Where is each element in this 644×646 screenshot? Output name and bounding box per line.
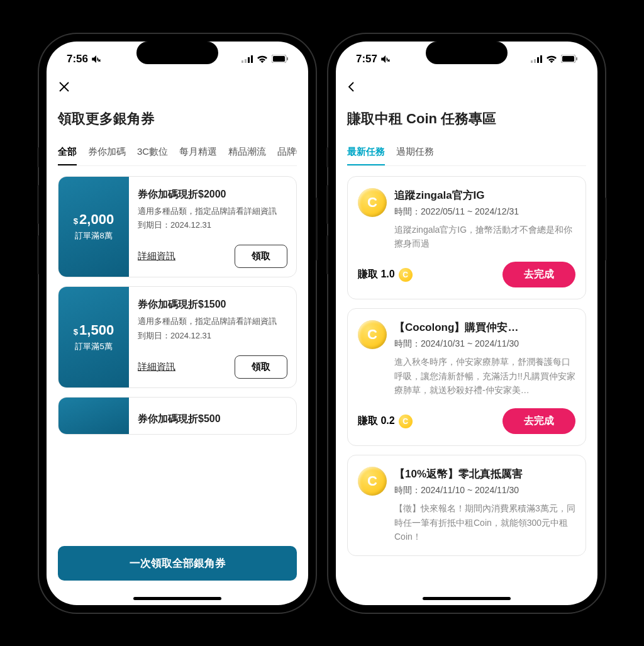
coupon-amount: $2,000 [74,211,114,228]
page-title: 領取更多銀角券 [58,109,297,128]
wifi-icon [257,55,268,63]
coupon-expire: 到期日：2024.12.31 [138,330,287,342]
coin-icon: C [358,467,387,496]
task-title: 【10%返幣】零北真抵厲害 [394,467,575,481]
page-title: 賺取中租 Coin 任務專區 [347,109,586,128]
coupon-title: 券你加碼現折$1500 [138,298,287,311]
side-button [605,198,607,260]
task-time: 時間：2024/11/10 ~ 2024/11/30 [394,485,575,496]
task-card: C 【Cocolong】購買仲安… 時間：2024/10/31 ~ 2024/1… [347,308,586,446]
side-button [326,147,328,167]
notch [426,42,508,64]
task-card: C 追蹤zingala官方IG 時間：2022/05/11 ~ 2024/12/… [347,176,586,300]
task-desc: 【徵】快來報名！期間內消費累積滿3萬元，同時任一筆有折抵中租Coin，就能領30… [394,501,575,543]
side-button [37,147,39,167]
tab-monthly[interactable]: 每月精選 [179,141,217,165]
mute-icon [91,53,102,65]
tab-fashion[interactable]: 精品潮流 [228,141,266,165]
task-card: C 【10%返幣】零北真抵厲害 時間：2024/11/10 ~ 2024/11/… [347,455,586,555]
tab-expired[interactable]: 過期任務 [396,141,434,165]
svg-rect-6 [287,57,288,60]
task-time: 時間：2022/05/11 ~ 2024/12/31 [394,206,575,218]
coin-icon: C [358,188,387,217]
claim-button[interactable]: 領取 [235,245,287,268]
tab-3c[interactable]: 3C數位 [137,141,168,165]
coupon-value-panel: $1,500 訂單滿5萬 [58,287,129,387]
home-indicator[interactable] [133,597,221,600]
svg-rect-0 [242,60,243,63]
battery-icon [561,55,577,63]
phone-left: 7:56 [39,34,316,613]
coupon-desc: 適用多種品類，指定品牌請看詳細資訊 [138,205,287,218]
status-time: 7:56 [67,53,88,65]
coupon-desc: 適用多種品類，指定品牌請看詳細資訊 [138,315,287,328]
coupon-condition: 訂單滿5萬 [75,341,112,352]
coupon-title: 券你加碼現折$500 [138,413,287,426]
svg-rect-2 [248,57,250,63]
svg-rect-15 [576,57,577,60]
coupon-card: 券你加碼現折$500 [58,397,297,435]
back-icon[interactable] [347,78,365,96]
task-desc: 追蹤zingala官方IG，搶幣活動才不會總是和你擦身而過 [394,223,575,251]
coupon-card: $1,500 訂單滿5萬 券你加碼現折$1500 適用多種品類，指定品牌請看詳細… [58,286,297,388]
side-button [326,235,328,274]
coin-icon: C [358,320,387,349]
home-indicator[interactable] [423,597,511,600]
earn-label: 賺取 0.2 C [358,415,413,428]
coin-small-icon: C [399,415,413,428]
coupon-title: 券你加碼現折$2000 [138,188,287,201]
side-button [37,185,39,224]
phone-right: 7:57 [328,34,605,613]
coupon-condition: 訂單滿8萬 [75,230,112,242]
svg-rect-12 [540,55,542,63]
svg-rect-11 [537,57,539,63]
coupon-expire: 到期日：2024.12.31 [138,220,287,231]
svg-rect-10 [534,59,536,63]
battery-icon [272,55,288,63]
complete-button[interactable]: 去完成 [502,262,575,287]
tab-latest[interactable]: 最新任務 [347,141,385,166]
screen-left: 7:56 [47,42,308,605]
coupon-value-panel [58,398,129,434]
coin-small-icon: C [399,268,413,282]
details-link[interactable]: 詳細資訊 [138,361,175,373]
coupon-card: $2,000 訂單滿8萬 券你加碼現折$2000 適用多種品類，指定品牌請看詳細… [58,176,297,278]
task-title: 追蹤zingala官方IG [394,188,575,203]
complete-button[interactable]: 去完成 [502,408,575,434]
status-time: 7:57 [356,53,377,65]
mute-icon [380,53,391,65]
tabs-tasks: 最新任務 過期任務 [347,141,586,166]
signal-icon [242,55,253,63]
claim-button[interactable]: 領取 [235,355,287,379]
svg-rect-14 [562,56,574,62]
wifi-icon [546,55,557,63]
svg-rect-1 [245,59,247,63]
svg-rect-3 [251,55,253,63]
close-icon[interactable] [58,78,75,96]
tab-brand[interactable]: 品牌特 [277,141,297,165]
task-time: 時間：2024/10/31 ~ 2024/11/30 [394,338,575,350]
tabs-coupons: 全部 券你加碼 3C數位 每月精選 精品潮流 品牌特 [58,141,297,166]
task-title: 【Cocolong】購買仲安… [394,320,575,335]
details-link[interactable]: 詳細資訊 [138,250,175,262]
svg-rect-9 [531,60,533,63]
coupon-amount: $1,500 [74,322,114,338]
side-button [326,185,328,224]
notch [136,42,218,64]
task-desc: 進入秋冬時序，仲安家療肺草，舒潤養護每口呼吸，讓您清新舒暢，充滿活力!!凡購買仲… [394,355,575,397]
coupon-value-panel: $2,000 訂單滿8萬 [58,177,129,277]
side-button [37,235,39,274]
side-button [316,198,318,260]
signal-icon [531,55,542,63]
tab-bonus[interactable]: 券你加碼 [88,141,126,165]
claim-all-button[interactable]: 一次領取全部銀角券 [58,546,297,581]
svg-rect-5 [273,56,285,62]
earn-label: 賺取 1.0 C [358,268,413,282]
screen-right: 7:57 [336,42,597,605]
tab-all[interactable]: 全部 [58,141,77,166]
